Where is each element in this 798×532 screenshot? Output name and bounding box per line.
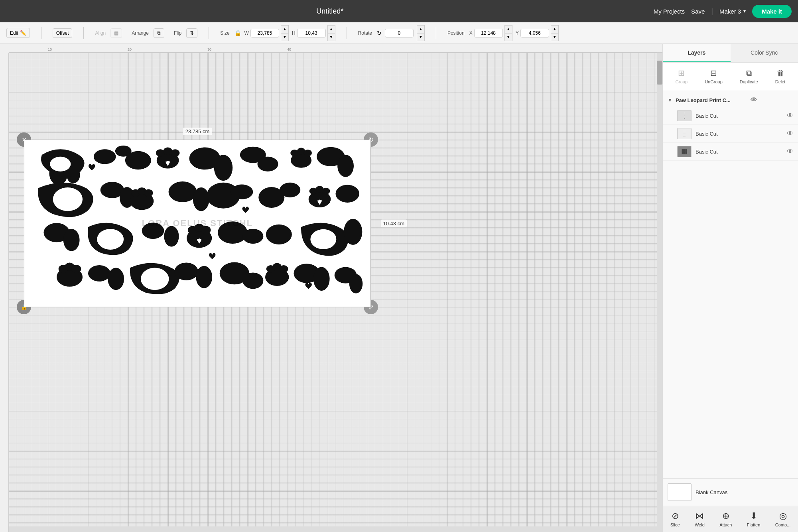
rotate-label: Rotate xyxy=(358,30,372,36)
contour-label: Conto... xyxy=(775,522,791,527)
rotate-icon: ↻ xyxy=(377,30,382,36)
layer-visibility-icon-2[interactable]: 👁 xyxy=(787,148,793,155)
y-group: Y ▲ ▼ xyxy=(516,25,559,41)
width-label: W xyxy=(244,30,249,36)
save-button[interactable]: Save xyxy=(691,8,705,15)
width-input[interactable] xyxy=(250,29,279,37)
ruler-mark-10: 10 xyxy=(48,47,52,51)
layer-visibility-icon-0[interactable]: 👁 xyxy=(787,112,793,119)
height-input[interactable] xyxy=(297,29,326,37)
x-label: X xyxy=(469,30,473,36)
ungroup-icon: ⊟ xyxy=(710,68,717,78)
machine-selector[interactable]: Maker 3 ▾ xyxy=(719,8,746,15)
group-visibility-icon[interactable]: 👁 xyxy=(751,97,757,104)
ungroup-button[interactable]: ⊟ UnGroup xyxy=(701,67,726,86)
scroll-thumb[interactable] xyxy=(657,61,662,85)
layer-visibility-icon-1[interactable]: 👁 xyxy=(787,130,793,137)
flatten-button[interactable]: ⬇ Flatten xyxy=(742,509,765,529)
rotate-group: Rotate ↻ ▲ ▼ xyxy=(358,25,425,41)
layer-thumbnail-1: ········· xyxy=(677,128,692,139)
x-group: X ▲ ▼ xyxy=(469,25,512,41)
tab-color-sync[interactable]: Color Sync xyxy=(731,44,798,62)
duplicate-button[interactable]: ⧉ Duplicate xyxy=(737,67,761,86)
size-group: Size 🔒 W ▲ ▼ H ▲ ▼ xyxy=(220,25,335,41)
tab-layers[interactable]: Layers xyxy=(663,44,731,62)
offset-button[interactable]: Offset xyxy=(53,28,73,38)
height-up-button[interactable]: ▲ xyxy=(327,25,335,33)
toolbar-sep-3 xyxy=(209,27,209,39)
panel-toolbar: ⊞ Group ⊟ UnGroup ⧉ Duplicate 🗑 Delet xyxy=(663,63,798,90)
width-dimension-label: 23.785 cm xyxy=(183,128,212,135)
rotate-input[interactable] xyxy=(385,29,414,37)
layer-name-0: Basic Cut xyxy=(696,113,783,119)
delete-button[interactable]: 🗑 Delet xyxy=(772,67,789,86)
x-down-button[interactable]: ▼ xyxy=(504,33,512,41)
width-down-button[interactable]: ▼ xyxy=(281,33,289,41)
layer-item-2[interactable]: ▓▓▓▓▓▓ Basic Cut 👁 xyxy=(663,143,798,161)
thumbnail-dots-1: ········· xyxy=(683,130,686,138)
y-spinners: ▲ ▼ xyxy=(551,25,559,41)
layer-list: ▼ Paw Leopard Print C... 👁 ········· Bas… xyxy=(663,90,798,478)
collapse-icon: ▼ xyxy=(668,97,672,103)
y-down-button[interactable]: ▼ xyxy=(551,33,559,41)
svg-point-29 xyxy=(169,181,197,202)
attach-button[interactable]: ⊕ Attach xyxy=(715,509,737,529)
x-input[interactable] xyxy=(474,29,503,37)
group-label: Group xyxy=(676,79,688,84)
position-label: Position xyxy=(447,30,465,36)
svg-point-21 xyxy=(337,155,354,177)
flip-label: Flip xyxy=(174,30,181,36)
height-down-button[interactable]: ▼ xyxy=(327,33,335,41)
rotate-spinners: ▲ ▼ xyxy=(417,25,425,41)
layer-group-header[interactable]: ▼ Paw Leopard Print C... 👁 xyxy=(663,93,798,107)
make-it-button[interactable]: Make it xyxy=(752,5,792,18)
arrange-selector[interactable]: ⧉ xyxy=(154,28,164,38)
align-selector[interactable]: ▤ xyxy=(110,28,122,38)
svg-point-43 xyxy=(142,223,164,239)
vertical-scrollbar[interactable] xyxy=(657,53,662,532)
x-up-button[interactable]: ▲ xyxy=(504,25,512,33)
weld-button[interactable]: ⋈ Weld xyxy=(690,509,709,529)
group-button[interactable]: ⊞ Group xyxy=(672,67,691,86)
svg-point-60 xyxy=(141,268,169,290)
attach-icon: ⊕ xyxy=(722,511,729,521)
svg-point-59 xyxy=(108,268,124,290)
y-input[interactable] xyxy=(520,29,549,37)
width-spinners: ▲ ▼ xyxy=(281,25,289,41)
svg-point-11 xyxy=(171,149,179,157)
layer-item-0[interactable]: ········· Basic Cut 👁 xyxy=(663,107,798,125)
document-title: Untitled* xyxy=(6,7,654,16)
arrange-group: Arrange ⧉ xyxy=(132,28,164,38)
lock-aspect-icon[interactable]: 🔒 xyxy=(234,30,241,36)
selection-container: 23.785 cm 10.43 cm ✕ ↻ 🔒 ⤢ xyxy=(24,140,371,307)
height-group: H ▲ ▼ xyxy=(292,25,335,41)
rotate-down-button[interactable]: ▼ xyxy=(417,33,425,41)
toolbar-sep-4 xyxy=(347,27,347,39)
layer-thumbnail-0: ········· xyxy=(677,110,692,121)
contour-button[interactable]: ◎ Conto... xyxy=(770,509,796,529)
ruler-mark-20: 20 xyxy=(128,47,132,51)
top-bar: Untitled* My Projects Save | Maker 3 ▾ M… xyxy=(0,0,798,22)
rotate-up-button[interactable]: ▲ xyxy=(417,25,425,33)
my-projects-button[interactable]: My Projects xyxy=(654,8,685,15)
horizontal-scrollbar[interactable] xyxy=(9,526,657,532)
svg-point-51 xyxy=(266,225,292,244)
align-icon: ▤ xyxy=(114,30,118,36)
ruler-corner xyxy=(0,44,9,53)
y-up-button[interactable]: ▲ xyxy=(551,25,559,33)
duplicate-icon: ⧉ xyxy=(746,69,752,78)
contour-icon: ◎ xyxy=(779,511,787,521)
canvas-area[interactable]: 10 20 30 40 23.785 cm 10.43 cm ✕ ↻ 🔒 ⤢ xyxy=(0,44,662,532)
slice-button[interactable]: ⊘ Slice xyxy=(666,509,685,529)
chevron-down-icon: ▾ xyxy=(743,8,746,14)
flip-selector[interactable]: ⇅ xyxy=(186,28,197,38)
width-up-button[interactable]: ▲ xyxy=(281,25,289,33)
svg-point-49 xyxy=(218,221,247,244)
layer-item-1[interactable]: ········· Basic Cut 👁 xyxy=(663,125,798,143)
ungroup-label: UnGroup xyxy=(705,79,723,84)
delete-label: Delet xyxy=(775,79,786,84)
edit-button[interactable]: Edit ✏️ xyxy=(6,28,30,38)
svg-point-39 xyxy=(335,185,359,203)
edit-label: Edit xyxy=(10,30,18,36)
slice-label: Slice xyxy=(670,522,680,527)
